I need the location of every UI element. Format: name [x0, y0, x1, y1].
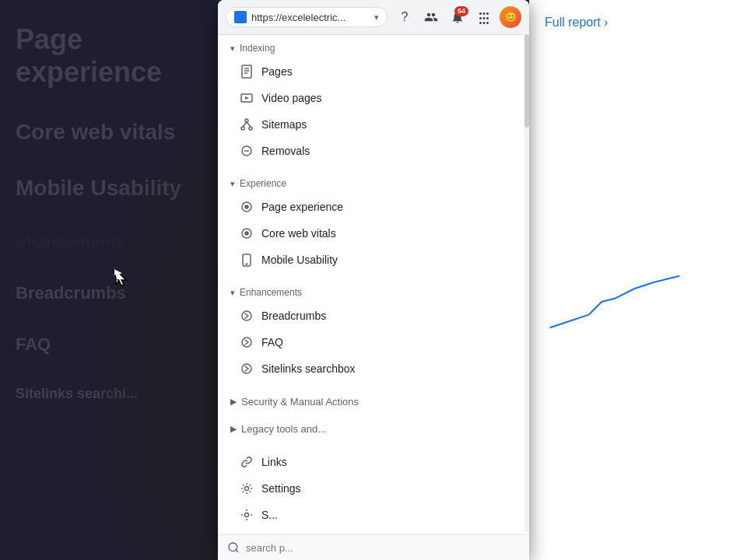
page-experience-icon	[240, 200, 254, 214]
sitelinks-searchbox-icon	[240, 362, 254, 376]
sitelinks-searchbox-label: Sitelinks searchbox	[261, 362, 356, 375]
faq-label: FAQ	[261, 336, 283, 348]
removals-label: Removals	[261, 145, 310, 157]
scroll-track[interactable]	[524, 34, 529, 532]
bg-text-sitelinks: Sitelinks searchi...	[16, 386, 202, 402]
enhancements-section-label: Enhancements	[240, 287, 302, 298]
mobile-usability-label: Mobile Usability	[261, 254, 338, 266]
links-label: Links	[261, 456, 287, 468]
nav-item-links[interactable]: Links	[218, 449, 523, 475]
svg-point-24	[245, 513, 249, 517]
mobile-usability-icon	[240, 253, 254, 267]
links-icon	[240, 455, 254, 469]
nav-item-faq[interactable]: FAQ	[218, 329, 523, 355]
help-icon[interactable]: ?	[394, 6, 416, 28]
svg-point-8	[241, 127, 244, 130]
svg-point-25	[229, 543, 237, 551]
browser-popup: https://excelelectric... ▾ ? 54	[218, 0, 529, 560]
nav-item-pages[interactable]: Pages	[218, 58, 523, 85]
notification-icon[interactable]: 54	[447, 6, 468, 28]
experience-section-label: Experience	[240, 178, 286, 189]
svg-line-11	[247, 122, 251, 127]
browser-toolbar: https://excelelectric... ▾ ? 54	[218, 0, 529, 35]
bg-text-enhancements: nhancements	[16, 232, 202, 252]
svg-point-15	[245, 205, 248, 208]
experience-collapse-icon: ▾	[230, 179, 235, 189]
toolbar-icons: ? 54 😊	[394, 6, 521, 28]
sidebar-nav: ▾ Indexing Pages Video pages	[218, 35, 529, 534]
svg-point-22	[242, 364, 251, 373]
svg-point-23	[245, 487, 249, 491]
nav-item-settings[interactable]: Settings	[218, 475, 523, 502]
svg-marker-6	[245, 96, 249, 100]
main-chart	[545, 263, 685, 341]
sitemaps-label: Sitemaps	[261, 118, 307, 131]
legacy-section-label: Legacy tools and...	[241, 423, 326, 435]
address-bar[interactable]: https://excelelectric... ▾	[226, 7, 388, 27]
svg-point-20	[242, 311, 251, 320]
s-item-label: S...	[261, 509, 278, 521]
svg-line-10	[243, 122, 247, 127]
indexing-section-header[interactable]: ▾ Indexing	[218, 35, 529, 58]
bg-text-page-experience: Page experience	[16, 23, 202, 89]
pages-label: Pages	[261, 65, 293, 78]
nav-item-core-web-vitals[interactable]: Core web vitals	[218, 220, 523, 247]
settings-icon	[240, 481, 254, 495]
settings-label: Settings	[261, 482, 301, 495]
nav-item-page-experience[interactable]: Page experience	[218, 194, 523, 220]
bg-text-breadcrumbs: Breadcrumbs	[16, 283, 202, 303]
sitemaps-icon	[240, 117, 254, 131]
indexing-collapse-icon: ▾	[230, 44, 235, 54]
breadcrumbs-icon	[240, 309, 254, 323]
search-bar	[218, 534, 529, 560]
core-web-vitals-icon	[240, 226, 254, 240]
enhancements-section-header[interactable]: ▾ Enhancements	[218, 279, 529, 303]
indexing-section-label: Indexing	[240, 43, 275, 54]
removals-icon	[240, 144, 254, 158]
security-section-label: Security & Manual Actions	[241, 396, 359, 408]
bg-left-panel: Page experience Core web vitals Mobile U…	[0, 0, 218, 560]
enhancements-collapse-icon: ▾	[230, 288, 235, 298]
security-section-header[interactable]: ▶ Security & Manual Actions	[218, 388, 529, 415]
nav-item-removals[interactable]: Removals	[218, 138, 523, 164]
svg-point-17	[245, 232, 248, 235]
address-text: https://excelelectric...	[251, 12, 370, 23]
nav-item-video-pages[interactable]: Video pages	[218, 85, 523, 111]
nav-item-s-item[interactable]: S...	[218, 502, 523, 528]
nav-item-sitelinks-searchbox[interactable]: Sitelinks searchbox	[218, 355, 523, 382]
full-report-chevron: ›	[604, 16, 608, 30]
security-collapse-icon: ▶	[230, 397, 237, 407]
nav-item-sitemaps[interactable]: Sitemaps	[218, 111, 523, 138]
pages-icon	[240, 65, 254, 79]
bg-text-mobile: Mobile Usability	[16, 176, 202, 201]
full-report-link[interactable]: Full report ›	[545, 16, 731, 30]
svg-point-21	[242, 338, 251, 347]
full-report-label: Full report	[545, 16, 601, 30]
experience-section-header[interactable]: ▾ Experience	[218, 170, 529, 194]
faq-icon	[240, 335, 254, 349]
search-icon	[227, 541, 240, 554]
profile-avatar[interactable]: 😊	[500, 6, 521, 28]
svg-point-9	[249, 127, 252, 130]
scroll-thumb[interactable]	[524, 34, 529, 128]
core-web-vitals-label: Core web vitals	[261, 227, 336, 240]
nav-item-breadcrumbs[interactable]: Breadcrumbs	[218, 303, 523, 329]
bg-text-core-web: Core web vitals	[16, 120, 202, 145]
grid-icon[interactable]	[473, 6, 495, 28]
bg-text-faq: FAQ	[16, 334, 202, 355]
main-content-area: Full report ›	[529, 0, 747, 560]
address-chevron-icon: ▾	[374, 12, 379, 23]
people-icon[interactable]	[420, 6, 442, 28]
svg-rect-1	[242, 65, 251, 78]
search-input[interactable]	[246, 542, 520, 554]
nav-item-mobile-usability[interactable]: Mobile Usability	[218, 247, 523, 273]
svg-point-7	[245, 119, 248, 122]
s-item-icon	[240, 508, 254, 522]
page-experience-label: Page experience	[261, 201, 343, 213]
legacy-collapse-icon: ▶	[230, 424, 237, 434]
video-pages-label: Video pages	[261, 92, 322, 104]
notification-badge: 54	[454, 6, 468, 16]
breadcrumbs-label: Breadcrumbs	[261, 310, 326, 322]
favicon-icon	[234, 11, 247, 23]
legacy-section-header[interactable]: ▶ Legacy tools and...	[218, 415, 529, 443]
